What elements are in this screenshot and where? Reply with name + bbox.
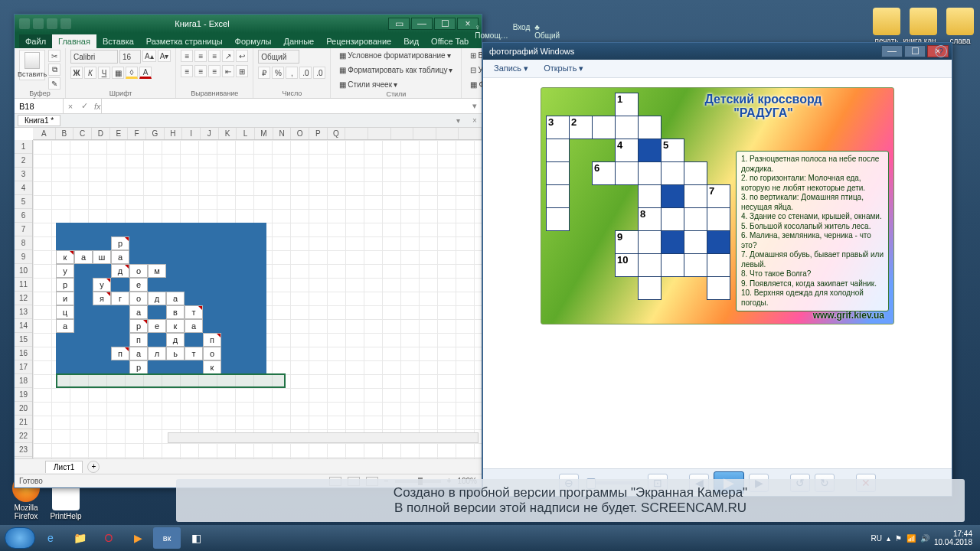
format-painter-button[interactable]: ✎ — [48, 77, 60, 90]
new-sheet-button[interactable]: + — [87, 461, 100, 473]
format-as-table[interactable]: ▦ Форматировать как таблицу ▾ — [335, 64, 456, 76]
tray-flag-icon[interactable]: ⚑ — [895, 534, 902, 543]
crossword-cell[interactable]: т — [185, 305, 203, 319]
crossword-cell[interactable]: и — [56, 292, 74, 305]
cell-styles[interactable]: ▦ Стили ячеек ▾ — [335, 79, 401, 90]
crossword-cell[interactable]: р — [56, 278, 74, 292]
maximize-button[interactable]: ☐ — [434, 18, 456, 30]
accounting-format[interactable]: ₽ — [258, 67, 270, 79]
excel-titlebar[interactable]: Книга1 - Excel ▭ — ☐ × — [15, 15, 482, 33]
taskbar-opera[interactable]: O — [95, 527, 122, 549]
tab-insert[interactable]: Вставка — [96, 34, 140, 48]
tray-network-icon[interactable]: 📶 — [906, 534, 916, 543]
open-menu[interactable]: Открыть ▾ — [537, 62, 590, 75]
crossword-cell[interactable]: у — [93, 278, 111, 292]
right-align[interactable]: ≡ — [208, 65, 220, 77]
tray-show-hidden-icon[interactable]: ▴ — [887, 534, 890, 543]
tab-formulas[interactable]: Формулы — [229, 34, 278, 48]
crossword-cell[interactable]: п — [111, 347, 129, 360]
crossword-cell[interactable]: е — [129, 278, 148, 292]
italic-button[interactable]: К — [84, 67, 96, 79]
crossword-cell[interactable]: л — [148, 347, 166, 360]
crossword-cell[interactable]: ь — [166, 347, 185, 360]
center-align[interactable]: ≡ — [194, 65, 207, 77]
taskbar-ie[interactable]: e — [37, 527, 64, 549]
row-headers[interactable]: 123456789101112131415161718192021222324 — [15, 140, 33, 458]
tab-data[interactable]: Данные — [277, 34, 320, 48]
middle-align[interactable]: ≡ — [194, 50, 207, 62]
formula-bar[interactable] — [101, 99, 468, 113]
crossword-cell[interactable]: ш — [93, 250, 111, 264]
crossword-cell[interactable]: р — [129, 360, 148, 374]
font-size-combo[interactable]: 16 — [119, 50, 141, 64]
top-align[interactable]: ≡ — [181, 50, 193, 62]
crossword-cell[interactable]: к — [56, 250, 74, 264]
tab-home[interactable]: Главная — [52, 34, 96, 48]
crossword-cell[interactable]: ц — [56, 305, 74, 319]
decrease-font-button[interactable]: A▾ — [158, 50, 172, 62]
font-name-combo[interactable]: Calibri — [70, 50, 118, 64]
crossword-cell[interactable]: г — [111, 292, 129, 305]
help-icon[interactable]: ? — [935, 45, 947, 57]
bold-button[interactable]: Ж — [70, 67, 83, 79]
bottom-align[interactable]: ≡ — [208, 50, 220, 62]
viewer-titlebar[interactable]: фотографий Windows — ☐ × — [483, 43, 952, 60]
crossword-cell[interactable]: д — [111, 264, 129, 278]
quick-access-toolbar[interactable] — [19, 18, 71, 29]
crossword-cell[interactable]: у — [56, 264, 74, 278]
burn-menu[interactable]: Запись ▾ — [488, 62, 534, 75]
crossword-cell[interactable]: д — [148, 292, 166, 305]
tab-file[interactable]: Файл — [19, 34, 52, 48]
taskbar-app[interactable]: ◧ — [182, 527, 210, 549]
copy-button[interactable]: ⧉ — [48, 64, 60, 76]
merge-center[interactable]: ⊞ — [236, 65, 248, 77]
crossword-cell[interactable]: к — [166, 319, 185, 333]
crossword-cell[interactable]: е — [148, 319, 166, 333]
crossword-cell[interactable]: п — [203, 333, 221, 347]
cancel-formula-icon[interactable]: × — [64, 102, 77, 111]
paste-button[interactable]: Вставить — [19, 50, 45, 80]
crossword-cell[interactable]: а — [56, 319, 74, 333]
crossword-cell[interactable]: в — [166, 305, 185, 319]
underline-button[interactable]: Ч — [98, 67, 110, 79]
crossword-cell[interactable]: о — [203, 347, 221, 360]
tab-view[interactable]: Вид — [397, 34, 425, 48]
fill-color-button[interactable]: ◊ — [126, 67, 138, 79]
conditional-formatting[interactable]: ▦ Условное форматирование ▾ — [335, 50, 454, 61]
crossword-cell[interactable]: п — [129, 333, 148, 347]
crossword-cell[interactable]: к — [203, 360, 221, 374]
inc-decimal[interactable]: .0 — [299, 67, 312, 79]
crossword-cell[interactable]: р — [129, 319, 148, 333]
tray-clock[interactable]: 17:44 10.04.2018 — [934, 530, 972, 546]
decrease-indent[interactable]: ⇤ — [222, 65, 234, 77]
fx-icon[interactable]: fx — [91, 102, 101, 111]
orientation[interactable]: ↗ — [222, 50, 234, 62]
increase-font-button[interactable]: A▴ — [142, 50, 156, 62]
desktop-app-printhelp[interactable]: PrintHelp — [43, 483, 89, 520]
crossword-cell[interactable]: я — [93, 292, 111, 305]
crossword-cell[interactable]: т — [185, 347, 203, 360]
crossword-cell[interactable]: р — [111, 236, 129, 250]
crossword-cell[interactable]: а — [74, 250, 93, 264]
tray-lang[interactable]: RU — [871, 534, 881, 543]
ribbon-display-button[interactable]: ▭ — [388, 18, 410, 30]
workbook-tab[interactable]: Книга1 * — [18, 115, 60, 126]
workbook-menu-icon[interactable]: ▾ — [451, 116, 465, 125]
column-headers[interactable]: ABCDEFGHIJKLMNOPQ — [33, 128, 482, 140]
crossword-cell[interactable]: м — [148, 264, 166, 278]
expand-formula-icon[interactable]: ▾ — [468, 101, 482, 111]
tab-office[interactable]: Office Tab — [425, 34, 475, 48]
percent-format[interactable]: % — [272, 67, 284, 79]
tray-volume-icon[interactable]: 🔊 — [920, 534, 929, 543]
maximize-button[interactable]: ☐ — [904, 45, 926, 57]
sheet-tab[interactable]: Лист1 — [45, 461, 83, 473]
font-color-button[interactable]: A — [139, 67, 152, 79]
border-button[interactable]: ▦ — [112, 67, 124, 79]
name-box[interactable]: B18 — [15, 99, 64, 113]
wrap-text[interactable]: ↩ — [236, 50, 248, 62]
minimize-button[interactable]: — — [411, 18, 433, 30]
crossword-cell[interactable]: д — [166, 333, 185, 347]
number-format-combo[interactable]: Общий — [258, 50, 299, 64]
tab-page-layout[interactable]: Разметка страницы — [140, 34, 229, 48]
crossword-cell[interactable]: а — [111, 250, 129, 264]
